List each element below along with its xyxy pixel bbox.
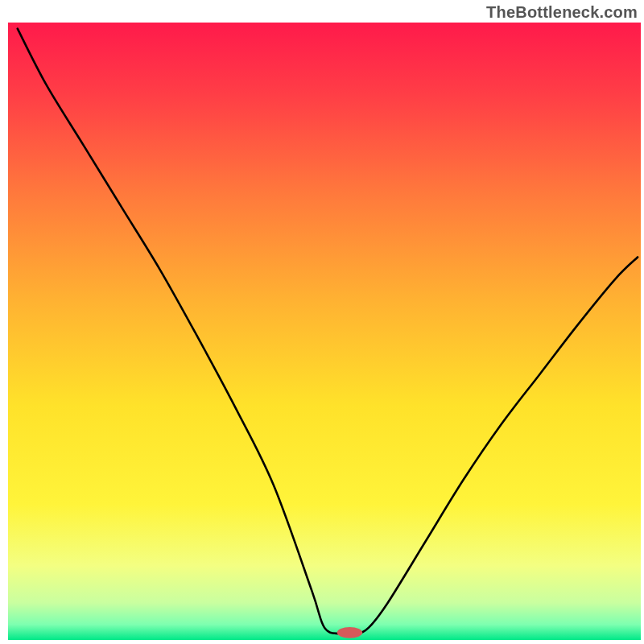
min-point-marker xyxy=(337,627,362,638)
plot-background xyxy=(8,23,641,640)
watermark-text: TheBottleneck.com xyxy=(486,3,638,22)
chart-container: TheBottleneck.com xyxy=(0,0,644,644)
bottleneck-chart xyxy=(0,0,644,644)
